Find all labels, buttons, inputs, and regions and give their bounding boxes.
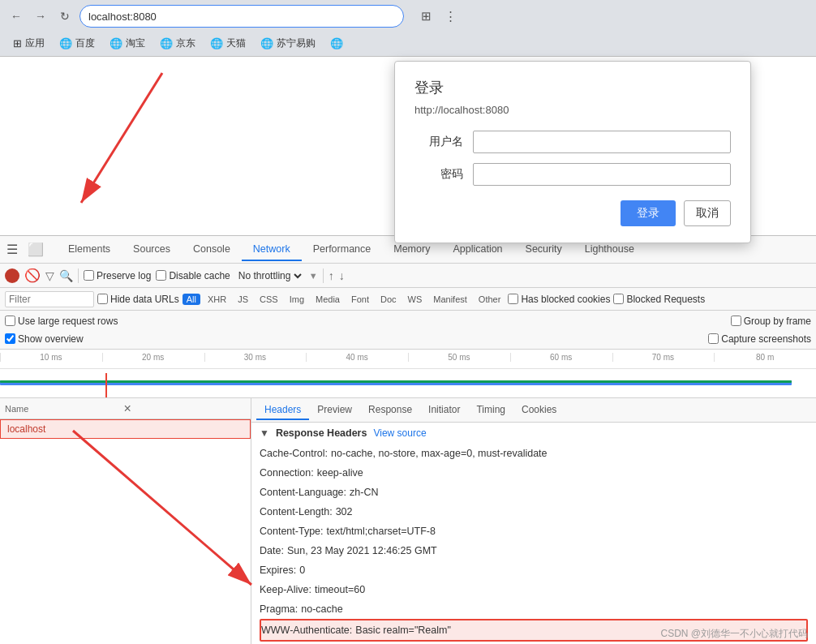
header-val: keep-alive [317,465,363,481]
show-overview-checkbox[interactable]: Show overview [5,333,84,345]
filter-img-btn[interactable]: Img [286,294,308,305]
blocked-requests-input[interactable] [613,294,624,304]
username-label: 用户名 [414,135,463,149]
hide-data-urls-checkbox[interactable]: Hide data URLs [97,294,179,305]
bookmark-apps[interactable]: ⊞ 应用 [6,35,51,52]
show-overview-input[interactable] [5,333,15,344]
filter-js-btn[interactable]: JS [234,294,252,305]
username-input[interactable] [473,131,731,153]
marker-80ms: 80 m [714,353,816,362]
csdn-watermark: CSDN @刘德华一不小心就打代码 [660,627,808,641]
filter-all-btn[interactable]: All [183,294,200,305]
filter-doc-btn[interactable]: Doc [376,294,401,305]
disable-cache-input[interactable] [156,270,166,281]
filter-manifest-btn[interactable]: Manifest [429,294,471,305]
view-source-link[interactable]: View source [373,427,426,439]
reload-button[interactable]: ↻ [55,6,75,26]
filter-css-btn[interactable]: CSS [256,294,282,305]
capture-screenshots-input[interactable] [708,333,719,344]
pointer-icon[interactable]: ☰ [3,238,21,260]
forward-button[interactable]: → [31,6,50,26]
header-date: Date: Sun, 23 May 2021 12:46:25 GMT [260,541,808,560]
group-by-frame-input[interactable] [731,316,741,326]
bookmark-label: 应用 [25,36,45,50]
clear-button[interactable]: 🚫 [24,268,41,283]
blocked-requests-label: Blocked Requests [626,294,705,305]
tab-console[interactable]: Console [182,238,242,261]
jd-icon: 🌐 [160,37,173,49]
download-icon[interactable]: ↓ [339,269,345,282]
timeline-track [0,369,816,398]
large-rows-input[interactable] [5,316,15,326]
response-headers-title: ▼ Response Headers View source [260,427,808,439]
close-panel-button[interactable]: × [124,401,243,416]
search-icon[interactable]: 🔍 [59,269,73,282]
header-key: WWW-Authenticate: [261,622,352,638]
rh-toggle-icon[interactable]: ▼ [260,427,269,439]
extensions-button[interactable]: ⊞ [415,6,436,27]
filter-xhr-btn[interactable]: XHR [204,294,230,305]
header-content-type: Content-Type: text/html;charset=UTF-8 [260,522,808,541]
bookmark-baidu[interactable]: 🌐 百度 [53,35,101,52]
has-blocked-cookies-input[interactable] [508,294,518,304]
filter-ws-btn[interactable]: WS [404,294,427,305]
devtools-icons: ☰ ⬜ [3,238,50,260]
throttle-select[interactable]: No throttling [235,269,304,282]
bookmark-extra[interactable]: 🌐 [324,36,350,51]
disable-cache-checkbox[interactable]: Disable cache [156,270,230,281]
tab-performance[interactable]: Performance [302,238,383,261]
tab-sources[interactable]: Sources [122,238,182,261]
filter-icon[interactable]: ▽ [45,269,54,282]
bookmark-jd[interactable]: 🌐 京东 [153,35,202,52]
capture-screenshots-checkbox[interactable]: Capture screenshots [708,333,811,345]
header-key: Date: [260,543,284,559]
large-rows-checkbox[interactable]: Use large request rows [5,316,118,327]
bookmark-suning[interactable]: 🌐 苏宁易购 [254,35,322,52]
group-by-frame-checkbox[interactable]: Group by frame [731,316,811,327]
has-blocked-cookies-checkbox[interactable]: Has blocked cookies [508,294,610,305]
filter-font-btn[interactable]: Font [347,294,373,305]
blocked-requests-checkbox[interactable]: Blocked Requests [613,294,705,305]
separator2 [323,268,324,283]
details-tab-timing[interactable]: Timing [468,401,513,420]
login-confirm-button[interactable]: 登录 [621,200,676,226]
file-list-header-name: Name [5,404,124,414]
details-tab-response[interactable]: Response [360,401,420,420]
svg-line-1 [81,73,162,203]
upload-icon[interactable]: ↑ [329,269,334,282]
password-row: 密码 [414,163,731,186]
browser-chrome: ← → ↻ localhost:8080 ⊞ ⋮ ⊞ 应用 🌐 百度 🌐 淘宝 … [0,0,816,57]
filter-other-btn[interactable]: Other [475,294,505,305]
filter-input[interactable] [5,291,94,307]
marker-30ms: 30 ms [204,353,307,362]
bookmark-label: 京东 [176,36,195,50]
header-key: Connection: [260,465,314,481]
device-icon[interactable]: ⬜ [24,238,47,260]
details-tab-headers[interactable]: Headers [256,401,309,420]
filter-media-btn[interactable]: Media [311,294,344,305]
bookmark-tianmao[interactable]: 🌐 天猫 [204,35,252,52]
capture-screenshots-label: Capture screenshots [721,333,811,345]
login-cancel-button[interactable]: 取消 [684,200,731,226]
details-tab-initiator[interactable]: Initiator [420,401,468,420]
preserve-log-input[interactable] [84,270,94,281]
file-item-localhost[interactable]: localhost [0,419,251,439]
tab-elements[interactable]: Elements [57,238,122,261]
bookmark-taobao[interactable]: 🌐 淘宝 [103,35,152,52]
tab-network[interactable]: Network [242,238,302,261]
separator1 [78,268,79,283]
menu-button[interactable]: ⋮ [440,6,461,27]
suning-icon: 🌐 [260,37,273,49]
header-cache-control: Cache-Control: no-cache, no-store, max-a… [260,444,808,463]
details-tab-preview[interactable]: Preview [309,401,360,420]
hide-data-urls-input[interactable] [97,294,108,304]
address-bar[interactable]: localhost:8080 [79,5,404,28]
header-val: text/html;charset=UTF-8 [327,523,436,539]
back-button[interactable]: ← [6,6,26,26]
apps-icon: ⊞ [13,37,22,49]
record-button[interactable] [5,268,19,283]
preserve-log-checkbox[interactable]: Preserve log [84,270,151,281]
details-tab-cookies[interactable]: Cookies [513,401,565,420]
header-val: 302 [336,504,353,520]
password-input[interactable] [473,163,731,186]
